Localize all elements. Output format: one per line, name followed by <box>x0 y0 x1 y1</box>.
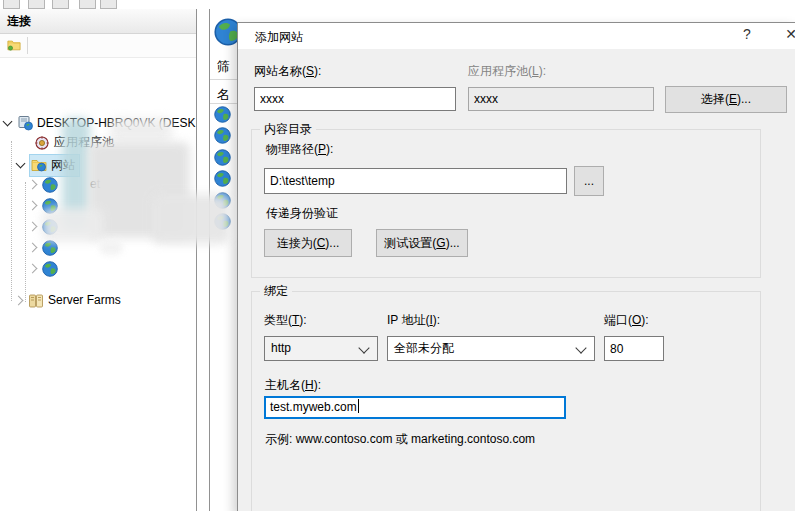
redaction-blur <box>99 240 123 255</box>
collapsed-chevron-icon[interactable] <box>28 201 38 211</box>
server-farms-icon <box>28 293 44 309</box>
ip-address-select[interactable]: 全部未分配 <box>387 336 595 361</box>
expand-chevron-icon[interactable] <box>16 159 26 169</box>
sites-folder-icon <box>31 157 47 173</box>
expand-chevron-icon[interactable] <box>3 117 13 127</box>
chevron-down-icon <box>358 342 369 353</box>
text-caret <box>358 399 359 413</box>
site-globe-icon <box>42 261 58 277</box>
tree-guide-line <box>11 141 12 301</box>
filter-bar-fragment: 筛 <box>217 58 230 76</box>
site-list-globe-icon <box>214 149 231 166</box>
connections-toolbar <box>0 34 196 58</box>
site-name-label: 网站名称(S): <box>254 63 321 80</box>
passthrough-auth-label: 传递身份验证 <box>266 205 338 222</box>
collapsed-chevron-icon[interactable] <box>28 222 38 232</box>
server-icon <box>17 115 33 131</box>
save-connections-folder-icon[interactable] <box>6 38 22 52</box>
binding-type-select[interactable]: http <box>264 336 378 361</box>
site-list-globe-icon <box>214 106 231 123</box>
add-website-dialog: 添加网站 ? ✕ 网站名称(S): 应用程序池(L): 选择(E)... 内容目… <box>237 22 795 511</box>
binding-type-value: http <box>271 341 291 355</box>
name-column-header-fragment: 名 <box>217 86 230 104</box>
port-label: 端口(O): <box>604 312 649 329</box>
app-pool-label: 应用程序池(L): <box>468 63 546 80</box>
redaction-blur <box>42 208 104 242</box>
close-button[interactable]: ✕ <box>780 26 795 46</box>
host-name-label: 主机名(H): <box>265 377 321 394</box>
tree-node-server-farms-label: Server Farms <box>48 290 121 311</box>
site-name-input[interactable] <box>254 87 456 111</box>
site-globe-icon <box>42 177 58 193</box>
ip-address-value: 全部未分配 <box>394 341 454 355</box>
test-settings-button[interactable]: 测试设置(G)... <box>376 229 468 257</box>
window-top-toolbar-fragment <box>0 0 795 9</box>
chevron-down-icon <box>575 342 586 353</box>
collapsed-chevron-icon[interactable] <box>28 264 38 274</box>
tree-node-server-farms[interactable]: Server Farms <box>15 290 121 311</box>
app-pool-field <box>468 87 654 111</box>
toolbar-separator <box>27 37 28 54</box>
host-name-value: test.myweb.com <box>270 400 357 414</box>
browse-button[interactable]: ... <box>574 166 604 196</box>
connections-panel: 连接 DESKTOP-HBRQ0VK (DESK <box>0 9 197 511</box>
connect-as-button[interactable]: 连接为(C)... <box>264 229 352 257</box>
port-input[interactable] <box>604 336 664 361</box>
content-directory-group: 内容目录 物理路径(P): ... 传递身份验证 连接为(C)... 测试设置(… <box>251 129 761 278</box>
collapsed-chevron-icon[interactable] <box>14 296 24 306</box>
physical-path-input[interactable] <box>264 168 567 194</box>
dialog-titlebar[interactable]: 添加网站 ? ✕ <box>238 23 795 49</box>
host-name-example-text: 示例: www.contoso.com 或 marketing.contoso.… <box>265 431 535 448</box>
physical-path-label: 物理路径(P): <box>266 141 333 158</box>
help-button[interactable]: ? <box>736 26 758 46</box>
tree-node-site-5[interactable] <box>29 258 62 279</box>
site-list-globe-icon <box>214 127 231 144</box>
connections-header: 连接 <box>0 9 196 34</box>
content-directory-group-label: 内容目录 <box>260 122 316 136</box>
dialog-title: 添加网站 <box>255 29 303 46</box>
collapsed-chevron-icon[interactable] <box>28 243 38 253</box>
application-pools-icon <box>34 135 50 151</box>
site-list-globe-icon <box>214 170 231 187</box>
binding-type-label: 类型(T): <box>264 312 307 329</box>
redaction-blur <box>110 118 172 142</box>
select-app-pool-button[interactable]: 选择(E)... <box>665 86 787 113</box>
tree-guide-line <box>25 182 26 302</box>
redaction-blur <box>152 194 230 244</box>
ip-address-label: IP 地址(I): <box>387 312 440 329</box>
binding-group-label: 绑定 <box>260 284 292 298</box>
host-name-input[interactable]: test.myweb.com <box>264 396 566 419</box>
binding-group: 绑定 类型(T): IP 地址(I): 端口(O): http 全部未分配 主机… <box>251 291 761 511</box>
collapsed-chevron-icon[interactable] <box>28 180 38 190</box>
